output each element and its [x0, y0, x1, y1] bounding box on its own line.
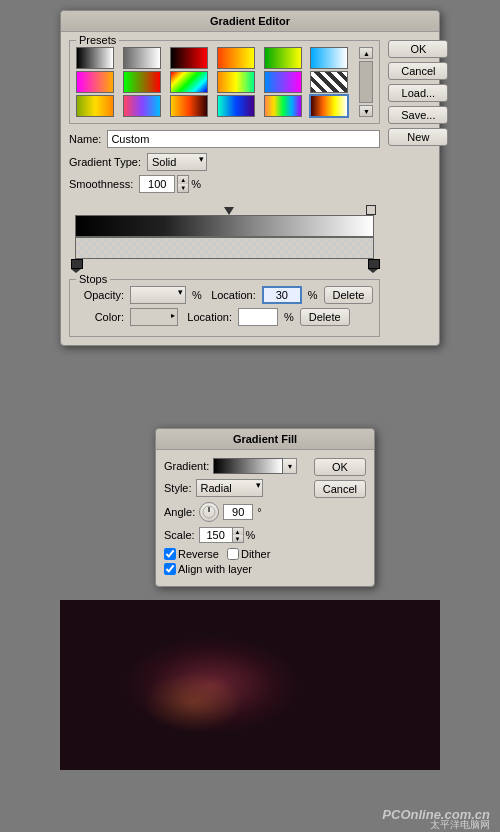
opacity-stop-right[interactable] [366, 205, 376, 215]
gf-ok-button[interactable]: OK [314, 458, 366, 476]
gf-scale-up-btn[interactable]: ▲ [233, 528, 243, 535]
gf-angle-suffix: ° [257, 506, 261, 518]
opacity-location-label: Location: [208, 289, 256, 301]
opacity-pct-suffix: % [192, 289, 202, 301]
opacity-select-wrapper [130, 286, 186, 304]
smoothness-row: Smoothness: ▲ ▼ % [69, 175, 380, 193]
color-stop-left[interactable] [71, 259, 81, 271]
preset-17[interactable] [264, 95, 302, 117]
gf-scale-spinner: ▲ ▼ [233, 527, 244, 543]
color-stop-right[interactable] [368, 259, 378, 271]
gf-scale-label: Scale: [164, 529, 195, 541]
presets-section: Presets [69, 40, 380, 124]
opacity-stop-mid[interactable] [224, 207, 234, 215]
smoothness-input[interactable] [139, 175, 175, 193]
color-location-input[interactable] [238, 308, 278, 326]
gf-cancel-button[interactable]: Cancel [314, 480, 366, 498]
gradient-editor-dialog: Gradient Editor Presets [60, 10, 440, 346]
color-swatch[interactable]: ▸ [130, 308, 178, 326]
preset-8[interactable] [123, 71, 161, 93]
new-button[interactable]: New [388, 128, 448, 146]
color-stop-right-shape [368, 259, 378, 271]
gf-reverse-checkbox[interactable] [164, 548, 176, 560]
gf-gradient-btn[interactable]: ▾ [213, 458, 297, 474]
gradient-fill-titlebar: Gradient Fill [156, 429, 374, 450]
color-stop-row: Color: ▸ Location: % Delete [76, 308, 373, 326]
gf-angle-row: Angle: ° [164, 502, 308, 522]
presets-label: Presets [76, 34, 119, 46]
gf-dither-checkbox[interactable] [227, 548, 239, 560]
gf-scale-input-wrap: ▲ ▼ % [199, 527, 256, 543]
gradient-preview-section [69, 201, 380, 273]
preset-16[interactable] [217, 95, 255, 117]
gradient-type-select-wrapper: Solid Noise [147, 153, 207, 171]
save-button[interactable]: Save... [388, 106, 448, 124]
gradient-editor-title: Gradient Editor [210, 15, 290, 27]
presets-grid [76, 47, 355, 117]
gradient-type-row: Gradient Type: Solid Noise [69, 153, 380, 171]
gradient-alpha-bar [75, 237, 374, 259]
gradient-type-select[interactable]: Solid Noise [147, 153, 207, 171]
gf-scale-row: Scale: ▲ ▼ % [164, 527, 308, 543]
opacity-delete-btn[interactable]: Delete [324, 286, 374, 304]
gf-gradient-label: Gradient: [164, 460, 209, 472]
gf-style-select[interactable]: Radial Linear Angle Reflected Diamond [196, 479, 263, 497]
gf-gradient-row: Gradient: ▾ [164, 458, 308, 474]
scroll-up-btn[interactable]: ▲ [359, 47, 373, 59]
gf-align-label: Align with layer [178, 563, 252, 575]
gradient-bar[interactable] [75, 215, 374, 237]
gradient-fill-title: Gradient Fill [233, 433, 297, 445]
preset-13[interactable] [76, 95, 114, 117]
preset-2[interactable] [123, 47, 161, 69]
smoothness-spinner[interactable]: ▲ ▼ [177, 175, 189, 193]
canvas-area [60, 600, 440, 770]
scroll-down-btn[interactable]: ▼ [359, 105, 373, 117]
gf-align-checkbox[interactable] [164, 563, 176, 575]
cancel-button[interactable]: Cancel [388, 62, 448, 80]
gf-gradient-swatch[interactable] [213, 458, 283, 474]
preset-10[interactable] [217, 71, 255, 93]
gf-angle-dial[interactable] [199, 502, 219, 522]
gf-checkbox-row-1: Reverse Dither [164, 548, 308, 560]
color-stops-row [69, 259, 380, 273]
gf-angle-input[interactable] [223, 504, 253, 520]
preset-6[interactable] [310, 47, 348, 69]
gf-scale-down-btn[interactable]: ▼ [233, 535, 243, 542]
watermark-line2: 太平洋电脑网 [430, 818, 490, 832]
gradient-type-label: Gradient Type: [69, 156, 141, 168]
preset-4[interactable] [217, 47, 255, 69]
preset-15[interactable] [170, 95, 208, 117]
opacity-stop-row: Opacity: % Location: % Delete [76, 286, 373, 304]
smoothness-down-btn[interactable]: ▼ [178, 184, 188, 192]
opacity-select[interactable] [130, 286, 186, 304]
preset-12[interactable] [310, 71, 348, 93]
preset-1[interactable] [76, 47, 114, 69]
gf-gradient-arrow-icon[interactable]: ▾ [283, 458, 297, 474]
smoothness-up-btn[interactable]: ▲ [178, 176, 188, 184]
smoothness-label: Smoothness: [69, 178, 133, 190]
opacity-label: Opacity: [76, 289, 124, 301]
scroll-track[interactable] [359, 61, 373, 103]
preset-14[interactable] [123, 95, 161, 117]
preset-3[interactable] [170, 47, 208, 69]
color-location-label: Location: [184, 311, 232, 323]
color-location-pct: % [284, 311, 294, 323]
gradient-editor-titlebar: Gradient Editor [61, 11, 439, 32]
preset-9[interactable] [170, 71, 208, 93]
opacity-location-input[interactable] [262, 286, 302, 304]
dialog-buttons: OK Cancel Load... Save... New [388, 40, 448, 337]
gf-scale-input[interactable] [199, 527, 233, 543]
gf-dither-item: Dither [227, 548, 270, 560]
ok-button[interactable]: OK [388, 40, 448, 58]
preset-5[interactable] [264, 47, 302, 69]
color-delete-btn[interactable]: Delete [300, 308, 350, 326]
stops-label: Stops [76, 273, 110, 285]
preset-scrollbar: ▲ ▼ [359, 47, 373, 117]
name-input[interactable] [107, 130, 380, 148]
load-button[interactable]: Load... [388, 84, 448, 102]
preset-18[interactable] [310, 95, 348, 117]
preset-11[interactable] [264, 71, 302, 93]
opacity-stop-right-shape [366, 205, 376, 215]
gf-scale-suffix: % [246, 529, 256, 541]
preset-7[interactable] [76, 71, 114, 93]
